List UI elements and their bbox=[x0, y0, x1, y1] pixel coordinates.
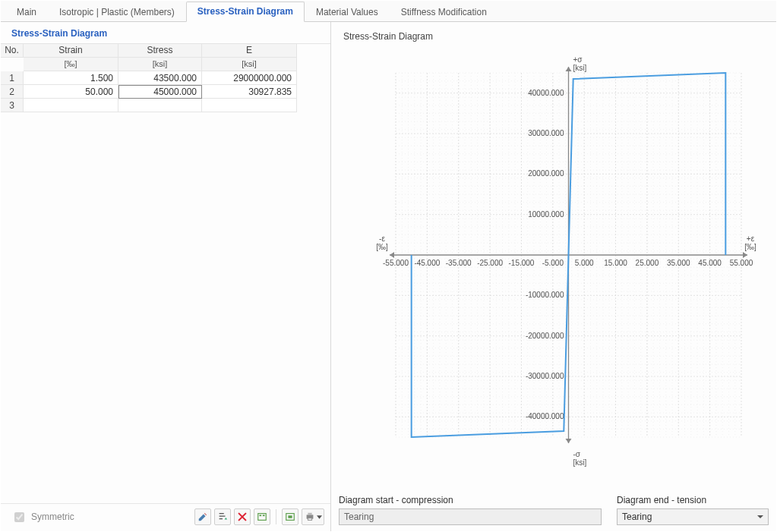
sort-icon[interactable] bbox=[214, 508, 231, 525]
table-row-no: 2 bbox=[1, 85, 24, 99]
cell-strain[interactable]: 1.500 bbox=[24, 71, 118, 85]
svg-text:-35.000: -35.000 bbox=[446, 259, 472, 267]
tension-select[interactable]: Tearing bbox=[617, 508, 769, 525]
svg-text:10000.000: 10000.000 bbox=[528, 210, 564, 219]
compression-value: Tearing bbox=[339, 508, 602, 525]
tab-isotropic[interactable]: Isotropic | Plastic (Members) bbox=[48, 2, 186, 22]
svg-text:30000.000: 30000.000 bbox=[528, 129, 564, 137]
svg-text:[ksi]: [ksi] bbox=[573, 458, 587, 467]
delete-icon[interactable] bbox=[234, 508, 251, 525]
symmetric-label: Symmetric bbox=[31, 512, 74, 522]
svg-text:35.000: 35.000 bbox=[667, 259, 690, 267]
col-header-no: No. bbox=[1, 44, 24, 58]
col-header-strain: Strain bbox=[24, 44, 118, 58]
symmetric-check-input[interactable] bbox=[14, 512, 24, 522]
svg-text:-15.000: -15.000 bbox=[508, 259, 534, 267]
svg-marker-153 bbox=[566, 67, 572, 71]
svg-text:20000.000: 20000.000 bbox=[528, 169, 564, 178]
import-icon[interactable] bbox=[254, 508, 270, 525]
edit-icon[interactable] bbox=[194, 508, 211, 525]
tab-bar: Main Isotropic | Plastic (Members) Stres… bbox=[1, 1, 776, 22]
export-icon[interactable] bbox=[282, 508, 298, 525]
svg-marker-154 bbox=[566, 439, 572, 443]
cell-e[interactable]: 29000000.000 bbox=[202, 71, 297, 85]
cell-strain[interactable] bbox=[24, 99, 118, 112]
svg-text:-40000.000: -40000.000 bbox=[526, 412, 564, 420]
tab-main[interactable]: Main bbox=[5, 2, 48, 22]
svg-text:-5.000: -5.000 bbox=[542, 259, 564, 267]
svg-marker-152 bbox=[390, 252, 394, 258]
svg-text:5.000: 5.000 bbox=[575, 259, 594, 267]
svg-text:15.000: 15.000 bbox=[604, 259, 627, 267]
cell-stress[interactable]: 43500.000 bbox=[118, 71, 202, 85]
left-panel-title: Stress-Strain Diagram bbox=[1, 22, 330, 43]
col-unit-stress: [ksi] bbox=[118, 58, 202, 71]
svg-rect-5 bbox=[308, 513, 311, 515]
svg-text:45.000: 45.000 bbox=[698, 259, 722, 267]
svg-text:[‰]: [‰] bbox=[376, 243, 388, 251]
cell-strain[interactable]: 50.000 bbox=[24, 85, 118, 99]
svg-marker-151 bbox=[743, 252, 747, 258]
table-row-no: 3 bbox=[1, 99, 24, 112]
cell-stress[interactable] bbox=[118, 99, 202, 112]
stress-strain-table: No. Strain Stress E [‰] [ksi] [ksi] 1 1.… bbox=[1, 43, 330, 112]
svg-rect-1 bbox=[260, 515, 262, 516]
svg-text:[ksi]: [ksi] bbox=[573, 64, 587, 72]
svg-text:-10000.000: -10000.000 bbox=[526, 291, 564, 299]
svg-text:-55.000: -55.000 bbox=[383, 259, 409, 267]
tab-material-values[interactable]: Material Values bbox=[305, 2, 390, 22]
col-unit-strain: [‰] bbox=[24, 58, 118, 71]
svg-rect-6 bbox=[308, 518, 311, 521]
cell-e[interactable]: 30927.835 bbox=[202, 85, 297, 99]
cell-stress-selected[interactable]: 45000.000 bbox=[118, 85, 202, 99]
svg-text:+ε: +ε bbox=[747, 235, 755, 243]
compression-label: Diagram start - compression bbox=[339, 495, 602, 505]
svg-text:-ε: -ε bbox=[379, 235, 385, 243]
svg-text:-25.000: -25.000 bbox=[477, 259, 503, 267]
svg-text:+σ: +σ bbox=[573, 55, 583, 64]
svg-text:[‰]: [‰] bbox=[744, 243, 756, 251]
tension-label: Diagram end - tension bbox=[617, 495, 769, 505]
stress-strain-chart: -55.000-45.000-35.000-25.000-15.000-5.00… bbox=[339, 46, 769, 489]
chart-title: Stress-Strain Diagram bbox=[339, 28, 769, 46]
svg-rect-0 bbox=[258, 514, 267, 521]
svg-text:-20000.000: -20000.000 bbox=[526, 332, 564, 340]
tab-stiffness-mod[interactable]: Stiffness Modification bbox=[390, 2, 498, 22]
symmetric-checkbox[interactable]: Symmetric bbox=[11, 510, 74, 524]
col-header-e: E bbox=[202, 44, 297, 58]
svg-text:40000.000: 40000.000 bbox=[528, 89, 564, 97]
tab-stress-strain[interactable]: Stress-Strain Diagram bbox=[186, 2, 305, 22]
svg-text:-σ: -σ bbox=[573, 450, 581, 458]
print-dropdown-icon[interactable] bbox=[302, 508, 324, 525]
col-unit-e: [ksi] bbox=[202, 58, 297, 71]
table-row-no: 1 bbox=[1, 71, 24, 85]
cell-e[interactable] bbox=[202, 99, 297, 112]
svg-text:-30000.000: -30000.000 bbox=[526, 372, 564, 380]
svg-text:55.000: 55.000 bbox=[730, 259, 753, 267]
toolbar bbox=[194, 508, 324, 525]
svg-rect-2 bbox=[263, 515, 265, 516]
svg-text:-45.000: -45.000 bbox=[414, 259, 440, 267]
col-header-stress: Stress bbox=[118, 44, 202, 58]
svg-text:25.000: 25.000 bbox=[636, 259, 659, 267]
toolbar-separator bbox=[276, 509, 276, 524]
